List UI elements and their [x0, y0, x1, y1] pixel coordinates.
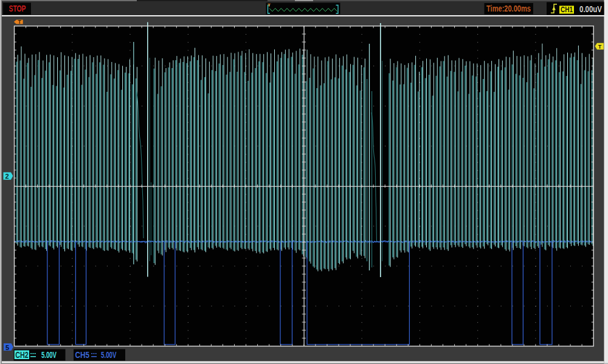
svg-text:CH1: CH1 — [561, 5, 573, 14]
svg-text:CH5: CH5 — [75, 350, 90, 360]
svg-text:STOP: STOP — [9, 4, 26, 13]
svg-text:0.00uV: 0.00uV — [579, 4, 603, 14]
svg-text:5.00V: 5.00V — [101, 350, 117, 360]
svg-text:Time:20.00ms: Time:20.00ms — [486, 4, 531, 13]
svg-text:T: T — [268, 2, 271, 8]
svg-text:5: 5 — [5, 344, 9, 351]
svg-text:CH2: CH2 — [15, 350, 29, 360]
svg-text:2: 2 — [5, 173, 9, 180]
svg-text:5.00V: 5.00V — [41, 350, 57, 360]
svg-text:T: T — [598, 44, 602, 50]
svg-text:T: T — [18, 19, 22, 25]
